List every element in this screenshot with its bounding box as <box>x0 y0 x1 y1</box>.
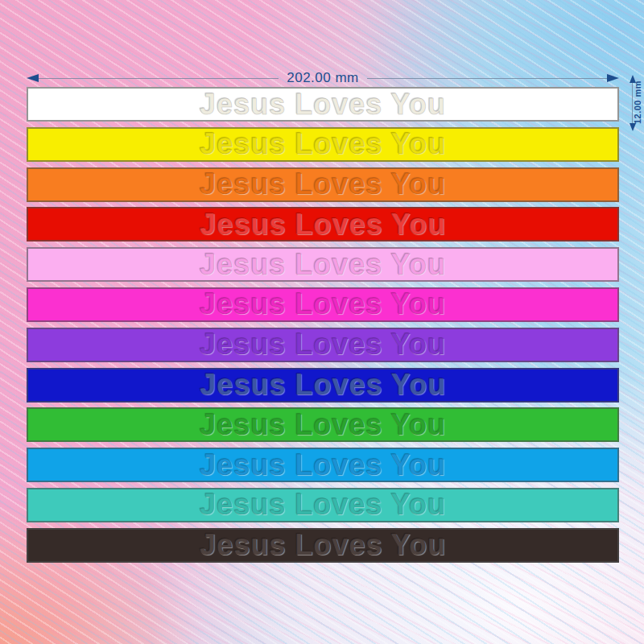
band-label: Jesus Loves You <box>200 90 446 119</box>
height-dimension-label: 12.00 mm <box>633 76 642 128</box>
wristband-teal: Jesus Loves You <box>27 488 619 522</box>
wristband-sky-blue: Jesus Loves You <box>27 448 619 482</box>
band-label: Jesus Loves You <box>200 170 446 199</box>
wristband-yellow: Jesus Loves You <box>27 127 619 162</box>
wristband-green: Jesus Loves You <box>27 407 619 442</box>
band-label: Jesus Loves You <box>200 290 446 319</box>
width-dimension-label: 202.00 mm <box>279 70 367 86</box>
bands-list: Jesus Loves You Jesus Loves You Jesus Lo… <box>27 87 619 563</box>
dimension-line-right <box>367 78 607 79</box>
wristband-red: Jesus Loves You <box>27 207 619 242</box>
band-label: Jesus Loves You <box>200 451 446 480</box>
wristband-magenta: Jesus Loves You <box>27 287 619 322</box>
band-label: Jesus Loves You <box>200 250 446 279</box>
wristband-black: Jesus Loves You <box>27 528 619 563</box>
band-label: Jesus Loves You <box>200 370 446 399</box>
wristband-white: Jesus Loves You <box>27 87 619 122</box>
dimension-arrow-left-icon <box>27 74 39 82</box>
band-label: Jesus Loves You <box>200 330 446 359</box>
wristband-orange: Jesus Loves You <box>27 167 619 202</box>
band-label: Jesus Loves You <box>200 210 446 239</box>
wristband-blue: Jesus Loves You <box>27 368 619 402</box>
band-label: Jesus Loves You <box>200 490 446 519</box>
dimension-arrow-right-icon <box>607 74 619 82</box>
band-label: Jesus Loves You <box>200 130 446 159</box>
band-label: Jesus Loves You <box>200 530 446 559</box>
band-label: Jesus Loves You <box>200 411 446 440</box>
wristband-pink: Jesus Loves You <box>27 247 619 282</box>
width-dimension: 202.00 mm <box>27 72 619 85</box>
dimension-line-left <box>39 78 279 79</box>
wristband-product-image: 202.00 mm 12.00 mm Jesus Loves You Jesus… <box>0 0 644 644</box>
wristband-purple: Jesus Loves You <box>27 328 619 362</box>
